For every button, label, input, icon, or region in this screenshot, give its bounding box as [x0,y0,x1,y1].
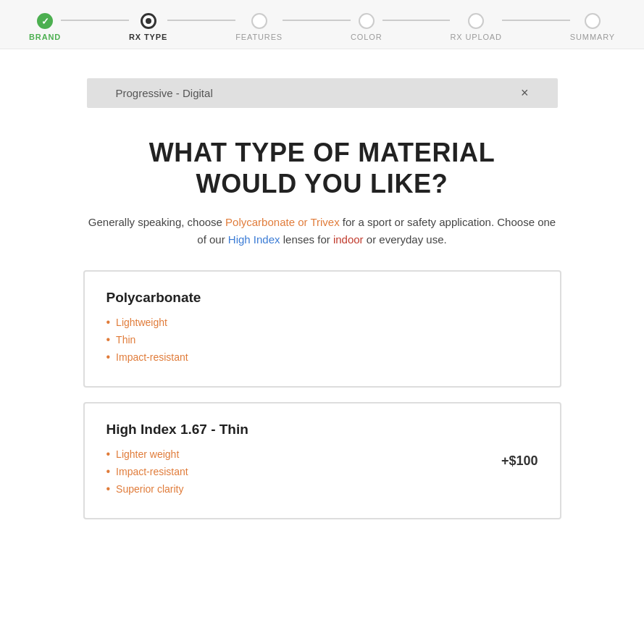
step-circle-rx-type [141,13,156,29]
card-polycarbonate-list: Lightweight Thin Impact-resistant [106,316,538,364]
page-title: WHAT TYPE OF MATERIAL WOULD YOU LIKE? [83,137,561,199]
card-polycarbonate-title: Polycarbonate [106,290,538,306]
step-line-1 [61,20,129,21]
card-polycarbonate-feature-3: Impact-resistant [106,351,538,364]
card-high-index[interactable]: High Index 1.67 - Thin Lighter weight Im… [83,402,561,519]
card-high-index-feature-3: Superior clarity [106,482,487,495]
card-high-index-content: High Index 1.67 - Thin Lighter weight Im… [106,422,487,500]
desc-highlight-high-index: High Index [228,233,280,246]
step-circle-color [359,13,375,29]
checkmark-icon: ✓ [41,17,49,26]
progress-step-brand[interactable]: ✓ BRAND [29,13,61,41]
card-polycarbonate-content: Polycarbonate Lightweight Thin Impact-re… [106,290,538,368]
step-label-features: FEATURES [235,33,283,41]
step-line-3 [283,20,351,21]
filter-close-button[interactable]: × [521,85,529,101]
headline: WHAT TYPE OF MATERIAL WOULD YOU LIKE? [83,137,561,199]
step-line-5 [502,20,570,21]
card-high-index-price: +$100 [501,453,538,469]
card-high-index-title: High Index 1.67 - Thin [106,422,487,438]
step-circle-features [251,13,267,29]
card-high-index-list: Lighter weight Impact-resistant Superior… [106,448,487,495]
progress-step-features[interactable]: FEATURES [235,13,283,41]
desc-highlight-indoor: indoor [333,233,364,246]
step-circle-brand: ✓ [37,13,53,29]
desc-highlight-polycarbonate: Polycarbonate or Trivex [225,216,340,228]
step-label-color: COLOR [351,33,382,41]
filter-tag: Progressive - Digital × [87,78,558,108]
step-label-rx-type: RX TYPE [129,33,167,41]
step-line-2 [167,20,235,21]
progress-bar: ✓ BRAND RX TYPE FEATURES COLOR RX UPLOAD… [0,0,644,49]
progress-step-color[interactable]: COLOR [351,13,382,41]
desc-text-after: or everyday use. [364,233,447,246]
step-line-4 [382,20,451,21]
filter-bar: Progressive - Digital × [87,78,558,108]
step-circle-rx-upload [468,13,484,29]
step-label-brand: BRAND [29,33,61,41]
desc-text-middle2: lenses for [280,233,333,246]
card-high-index-feature-2: Impact-resistant [106,465,487,478]
progress-step-rx-upload[interactable]: RX UPLOAD [450,13,502,41]
step-circle-summary [585,13,601,29]
main-content: WHAT TYPE OF MATERIAL WOULD YOU LIKE? Ge… [69,137,576,519]
card-polycarbonate-feature-2: Thin [106,333,538,346]
step-label-rx-upload: RX UPLOAD [450,33,502,41]
progress-step-summary[interactable]: SUMMARY [570,13,615,41]
step-label-summary: SUMMARY [570,33,615,41]
description: Generally speaking, choose Polycarbonate… [83,214,561,248]
card-polycarbonate[interactable]: Polycarbonate Lightweight Thin Impact-re… [83,270,561,388]
card-high-index-feature-1: Lighter weight [106,448,487,461]
progress-step-rx-type[interactable]: RX TYPE [129,13,167,41]
filter-tag-text: Progressive - Digital [116,87,213,99]
desc-text-before: Generally speaking, choose [88,216,225,228]
card-polycarbonate-feature-1: Lightweight [106,316,538,329]
